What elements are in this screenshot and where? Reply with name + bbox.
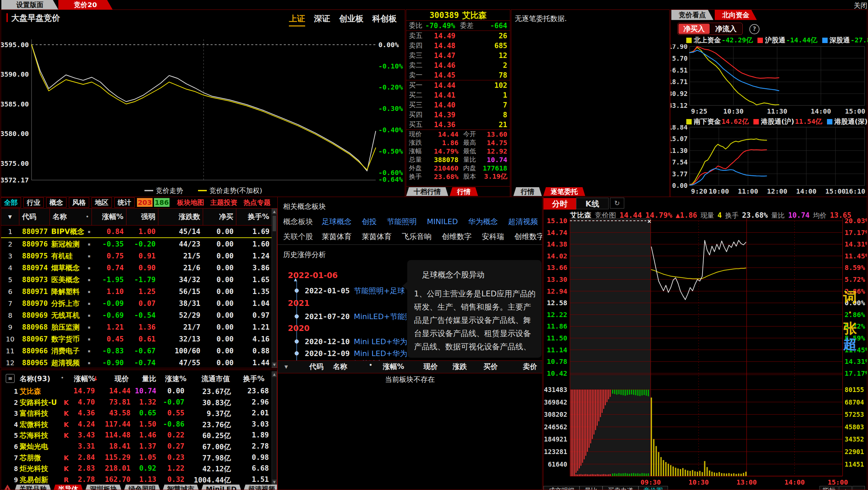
- name-column-header[interactable]: 名称(93): [20, 374, 50, 384]
- column-header-换手%[interactable]: 换手%: [243, 374, 264, 384]
- board-col-现价[interactable]: 现价: [423, 362, 438, 371]
- sector-tab-统计[interactable]: 统计: [114, 197, 135, 208]
- board-tab-MiniLED[interactable]: MiniLED: [200, 485, 242, 490]
- tab-bidding-20[interactable]: 竞价20: [58, 0, 113, 9]
- timeline-item[interactable]: 2022-01-05节能照明+足球: [305, 286, 405, 296]
- index-tab-深证[interactable]: 深证: [314, 13, 330, 25]
- mode-button-净流入[interactable]: 净流入: [710, 24, 742, 34]
- sort-arrow-icon[interactable]: ↓: [93, 373, 98, 382]
- column-header-涨幅%[interactable]: 涨幅%: [74, 374, 95, 384]
- history-clock-icon[interactable]: ↻: [610, 198, 624, 209]
- board-col-涨幅%[interactable]: 涨幅%: [383, 362, 404, 371]
- list-icon[interactable]: ≡: [6, 374, 15, 383]
- column-header-量比[interactable]: 量比: [142, 374, 156, 384]
- board-col-买价[interactable]: 买价: [484, 362, 498, 371]
- stock-row-富信科技[interactable]: 3富信科技K4.3643.580.650.559.37亿2.01: [1, 408, 277, 419]
- board-tab-半导体[interactable]: 半导体: [53, 485, 84, 490]
- order-book-row[interactable]: 卖一14.4578: [406, 70, 510, 80]
- sector-row-880966[interactable]: 11880966消费电子▪-0.83-0.67100/600.000.88: [1, 345, 277, 357]
- sector-tab-全部[interactable]: 全部: [1, 197, 21, 208]
- quote-tab-行情[interactable]: 行情: [450, 187, 478, 196]
- board-tab-智慧城市[interactable]: 智慧城市: [162, 485, 200, 490]
- column-header-现价[interactable]: 现价: [115, 374, 129, 384]
- tick-tab-行情[interactable]: 行情: [513, 187, 542, 196]
- column-header-涨速%[interactable]: 涨速%: [165, 374, 186, 384]
- order-book-row[interactable]: 卖五14.4926: [406, 31, 510, 41]
- column-header-净买率%[interactable]: 净买率%: [203, 209, 236, 226]
- order-book-row[interactable]: 买二14.411: [406, 90, 510, 100]
- stock-row-安路科技-U[interactable]: 2安路科技-UK4.7073.811.32-0.0730.83亿2.96: [1, 397, 277, 408]
- link-主题投资[interactable]: 主题投资: [210, 198, 237, 207]
- order-book-row[interactable]: 卖二14.462: [406, 60, 510, 70]
- column-header-▼[interactable]: ▼: [1, 209, 19, 226]
- stock-row-芯朋微[interactable]: 7芯朋微K2.84115.291.050.2377.98亿0.98: [1, 452, 277, 463]
- sector-row-880967[interactable]: 10880967数字货币▪0.450.6132/130.004.16: [1, 333, 277, 345]
- tab-layout-settings[interactable]: 设置版面: [1, 0, 58, 9]
- board-col-•[interactable]: •: [369, 362, 372, 368]
- board-col-代码[interactable]: 代码: [309, 362, 323, 371]
- related-stock-安科瑞[interactable]: 安科瑞: [482, 232, 504, 241]
- sector-tab-概念[interactable]: 概念: [46, 197, 66, 208]
- sector-row-880970[interactable]: 7880970分拆上市▪-0.090.0738/310.001.04: [1, 297, 277, 309]
- link-热点专题[interactable]: 热点专题: [243, 198, 271, 207]
- volume-tab-买卖力道[interactable]: 买卖力道: [603, 486, 638, 490]
- control-－[interactable]: －: [852, 486, 865, 490]
- column-header-代码[interactable]: 代码: [19, 209, 50, 226]
- column-header-涨跌数[interactable]: 涨跌数: [158, 209, 203, 226]
- board-tab-关联品种[interactable]: 关联品种: [14, 485, 52, 490]
- help-icon[interactable]: ?: [749, 24, 760, 34]
- related-stock-创维数字[interactable]: 创维数字: [514, 232, 542, 241]
- column-header-换手%[interactable]: 换手%: [236, 209, 272, 226]
- stock-row-兆易创新[interactable]: 9兆易创新R2.78162.701.130.321004.44亿1.51: [1, 474, 277, 485]
- stock-scrollbar[interactable]: ▲▼: [272, 371, 277, 485]
- sector-row-880965[interactable]: 12880965超清视频▪-0.90-0.7447/550.001.44: [1, 357, 277, 369]
- north-tab-竞价看点[interactable]: 竞价看点: [671, 10, 713, 20]
- link-板块地图[interactable]: 板块地图: [177, 198, 204, 207]
- sector-row-880969[interactable]: 8880969无线耳机▪-0.69-0.5452/290.000.97: [1, 309, 277, 321]
- order-book-row[interactable]: 买三14.407: [406, 100, 510, 110]
- timeline-item[interactable]: 2020-12-10Mini LED+华为+体育: [305, 337, 407, 347]
- scroll-thumb[interactable]: [273, 216, 276, 231]
- board-col-名称[interactable]: 名称: [333, 362, 347, 371]
- chart-tab-分时[interactable]: 分时: [544, 198, 576, 210]
- sector-row-880975[interactable]: 3880975有机硅▪0.750.9121/50.001.24: [1, 250, 277, 262]
- volume-tab-竞价图[interactable]: 竞价图: [638, 486, 668, 490]
- control-＋[interactable]: ＋: [839, 486, 852, 490]
- tick-tab-逐笔委托[interactable]: 逐笔委托: [543, 187, 585, 196]
- stock-row-炬光科技[interactable]: 8炬光科技K2.83218.010.921.2242.12亿6.68: [1, 463, 277, 474]
- sector-row-880968[interactable]: 9880968胎压监测▪1.211.3621/70.001.21: [1, 321, 277, 333]
- alert-icon[interactable]: !: [3, 485, 12, 490]
- board-tab-超清视频[interactable]: 超清视频: [243, 485, 277, 490]
- board-tab-深圳板块[interactable]: 深圳板块: [84, 485, 122, 490]
- board-col-涨跌[interactable]: 涨跌: [453, 362, 467, 371]
- sector-scrollbar[interactable]: ▲▼: [272, 209, 277, 368]
- stock-row-艾比森[interactable]: 1艾比森14.7914.4410.740.0023.67亿23.68: [1, 386, 277, 397]
- sector-row-880973[interactable]: 5880973医美概念▪-1.95-1.7934/320.001.65: [1, 274, 277, 286]
- scroll-up-arrow[interactable]: ▲: [272, 372, 277, 377]
- column-header-涨幅%[interactable]: 涨幅%: [92, 209, 126, 226]
- mode-button-净买入[interactable]: 净买入: [678, 24, 710, 34]
- stock-row-宏微科技[interactable]: 4宏微科技K4.24117.441.50-0.8623.76亿3.03: [1, 419, 277, 430]
- concept-link-超清视频[interactable]: 超清视频: [508, 217, 538, 226]
- sector-row-880976[interactable]: 2880976新冠检测▪-0.35-0.2044/230.001.60: [1, 238, 277, 250]
- sector-tab-行业[interactable]: 行业: [23, 197, 44, 208]
- north-tab-北向资金[interactable]: 北向资金: [715, 10, 757, 20]
- order-book-row[interactable]: 买五14.3621: [406, 120, 510, 130]
- order-book-row[interactable]: 卖三14.4712: [406, 51, 510, 60]
- related-stock-创维数字[interactable]: 创维数字: [442, 232, 472, 241]
- order-book-row[interactable]: 买四14.398: [406, 110, 510, 120]
- board-tab-绿色照明[interactable]: 绿色照明: [123, 485, 161, 490]
- order-book-row[interactable]: 买一14.44102: [406, 80, 510, 90]
- control-指标[interactable]: 指标: [820, 486, 839, 490]
- sector-row-880971[interactable]: 6880971降解塑料▪1.101.2556/150.001.35: [1, 286, 277, 297]
- concept-link-MINILED[interactable]: MINILED: [427, 217, 458, 226]
- sector-row-880974[interactable]: 4880974烟草概念▪0.740.9021/60.003.86: [1, 262, 277, 274]
- sector-row-880977[interactable]: 1880977BIPV概念▪0.841.0045/140.001.69: [1, 226, 277, 238]
- index-tab-创业板[interactable]: 创业板: [339, 13, 363, 25]
- board-col-卖价[interactable]: 卖价: [523, 362, 537, 371]
- sector-tab-地区[interactable]: 地区: [92, 197, 112, 208]
- order-book-row[interactable]: 卖四14.48685: [406, 41, 510, 51]
- column-header-强弱度%[interactable]: 强弱度%: [126, 209, 158, 226]
- scroll-up-arrow[interactable]: ▲: [272, 209, 277, 214]
- timeline-item[interactable]: 2021-07-20MiniLED+节能照明: [305, 312, 407, 322]
